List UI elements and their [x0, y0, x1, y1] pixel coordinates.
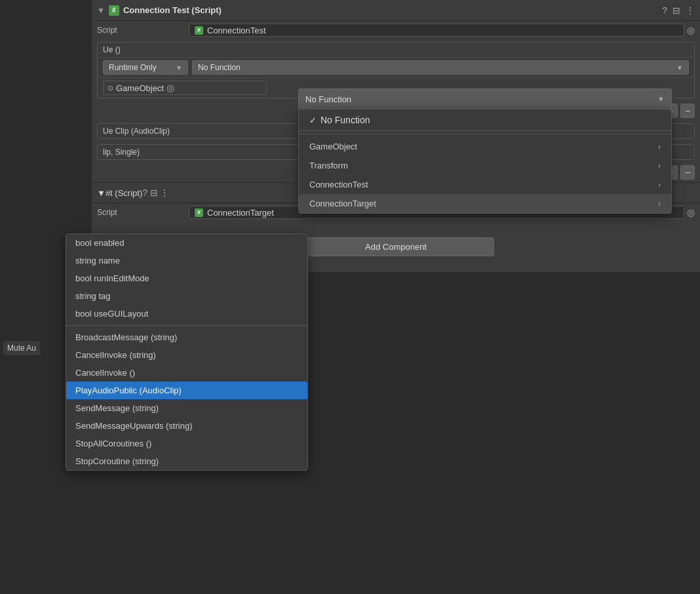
no-function-dropdown-menu: ✓ No Function GameObject › Transform › C… [298, 109, 672, 214]
nf-divider [299, 134, 671, 134]
connectiontarget-submenu: bool enabled string name bool runInEditM… [66, 233, 308, 471]
component2-header-icons: ? ⊟ ⋮ [142, 188, 169, 198]
sm-bool-usebuilayout[interactable]: bool useGUILayout [66, 305, 307, 323]
sm-sendmessageupwards[interactable]: SendMessageUpwards (string) [66, 417, 307, 435]
sm-bool-enabled-label: bool enabled [75, 238, 124, 248]
no-function-bar-chevron: ▼ [657, 95, 665, 103]
gameobject-icon: ⊙ [107, 84, 113, 92]
component-title: Connection Test (Script) [123, 5, 662, 15]
sm-cancelinvoke-string-label: CancelInvoke (string) [75, 350, 156, 360]
component2-script-icon: # [106, 188, 110, 198]
component2-arrow-icon[interactable]: ▼ [97, 188, 106, 198]
component2-script-name: ConnectionTarget [207, 208, 274, 218]
sm-string-tag-label: string tag [75, 291, 110, 301]
no-function-bar-text: No Function [305, 94, 351, 104]
gameobject-label: GameObject [116, 83, 164, 93]
nf-connectiontarget-item[interactable]: ConnectionTarget › [299, 194, 671, 213]
gameobject-field[interactable]: ⊙ GameObject ◎ [103, 81, 267, 95]
component2-hash-icon: # [195, 208, 203, 217]
event1-header: Ue () [98, 43, 694, 57]
sm-string-name-label: string name [75, 256, 120, 266]
sm-stopallcoroutines[interactable]: StopAllCoroutines () [66, 435, 307, 452]
sm-playaudiopublic[interactable]: PlayAudioPublic (AudioClip) [66, 382, 307, 399]
script-label: Script [97, 26, 189, 35]
nf-gameobject-chevron: › [658, 142, 661, 151]
sm-bool-usebuilayout-label: bool useGUILayout [75, 309, 148, 319]
nf-connectiontest-item[interactable]: ConnectionTest › [299, 175, 671, 194]
component2-title: t (Script) [110, 188, 142, 198]
header-icons: ? ⊟ ⋮ [662, 5, 695, 16]
hash-icon: # [195, 26, 203, 35]
nf-selected-item[interactable]: ✓ No Function [309, 115, 370, 125]
sm-sendmessageupwards-label: SendMessageUpwards (string) [75, 421, 192, 431]
script-property-row: Script # ConnectionTest ◎ [92, 21, 700, 39]
component2-more-icon[interactable]: ⋮ [160, 188, 169, 198]
nf-gameobject-label: GameObject [309, 142, 357, 151]
component2-script-label: Script [97, 208, 189, 217]
nf-gameobject-item[interactable]: GameObject › [299, 137, 671, 156]
settings-icon[interactable]: ⊟ [672, 5, 680, 16]
nf-transform-label: Transform [309, 161, 348, 170]
sm-cancelinvoke-string[interactable]: CancelInvoke (string) [66, 346, 307, 364]
sm-sendmessage[interactable]: SendMessage (string) [66, 399, 307, 417]
sm-bool-runineditmode-label: bool runInEditMode [75, 273, 149, 283]
runtime-chevron-icon: ▼ [176, 64, 182, 71]
nf-connectiontest-chevron: › [658, 180, 661, 189]
event1-row: Runtime Only ▼ No Function ▼ [98, 57, 694, 77]
sm-string-name[interactable]: string name [66, 252, 307, 269]
component2-help-icon[interactable]: ? [142, 188, 147, 198]
function-chevron-icon: ▼ [676, 64, 683, 71]
remove-event2-btn[interactable]: − [680, 165, 695, 180]
script-name: ConnectionTest [207, 26, 266, 35]
sm-broadcastmessage[interactable]: BroadcastMessage (string) [66, 328, 307, 346]
sm-stopallcoroutines-label: StopAllCoroutines () [75, 439, 151, 448]
nf-transform-chevron: › [658, 161, 661, 170]
component-header: ▼ # Connection Test (Script) ? ⊟ ⋮ [92, 0, 700, 21]
nf-connectiontarget-chevron: › [658, 199, 661, 208]
sm-playaudiopublic-label: PlayAudioPublic (AudioClip) [75, 386, 182, 395]
script-value: # ConnectionTest ◎ [189, 24, 695, 37]
sm-sendmessage-label: SendMessage (string) [75, 403, 159, 413]
sm-bool-runineditmode[interactable]: bool runInEditMode [66, 269, 307, 287]
component2-settings-icon[interactable]: ⊟ [150, 188, 158, 198]
collapse-arrow-icon[interactable]: ▼ [97, 6, 105, 15]
sm-string-tag[interactable]: string tag [66, 287, 307, 305]
nf-connectiontarget-label: ConnectionTarget [309, 199, 376, 208]
script-icon: # [109, 5, 119, 16]
nf-header: ✓ No Function [299, 109, 671, 131]
nf-selected-label: No Function [321, 115, 370, 125]
sm-stopcoroutine-label: StopCoroutine (string) [75, 456, 159, 466]
help-icon[interactable]: ? [662, 5, 667, 16]
sm-cancelinvoke[interactable]: CancelInvoke () [66, 364, 307, 382]
nf-checkmark-icon: ✓ [309, 115, 317, 125]
mute-label: Mute Au [3, 341, 40, 355]
gameobject-circle-btn[interactable]: ◎ [166, 83, 174, 93]
nf-transform-item[interactable]: Transform › [299, 156, 671, 175]
remove-event1-btn[interactable]: − [680, 104, 695, 118]
no-function-label: No Function [198, 63, 241, 72]
sm-cancelinvoke-label: CancelInvoke () [75, 368, 135, 378]
script-circle-btn[interactable]: ◎ [687, 25, 695, 35]
no-function-dropdown-bar[interactable]: No Function ▼ [192, 60, 689, 75]
script-field[interactable]: # ConnectionTest [189, 24, 684, 37]
sm-stopcoroutine[interactable]: StopCoroutine (string) [66, 452, 307, 470]
add-component-button[interactable]: Add Component [298, 237, 494, 256]
runtime-only-label: Runtime Only [109, 63, 157, 72]
runtime-only-dropdown[interactable]: Runtime Only ▼ [103, 60, 188, 75]
no-function-bar[interactable]: No Function ▼ [298, 89, 672, 109]
component2-circle-btn[interactable]: ◎ [687, 207, 695, 218]
sm-divider1 [66, 325, 307, 326]
sm-broadcastmessage-label: BroadcastMessage (string) [75, 332, 177, 342]
sm-bool-enabled[interactable]: bool enabled [66, 234, 307, 252]
more-icon[interactable]: ⋮ [686, 5, 695, 16]
nf-connectiontest-label: ConnectionTest [309, 180, 368, 189]
